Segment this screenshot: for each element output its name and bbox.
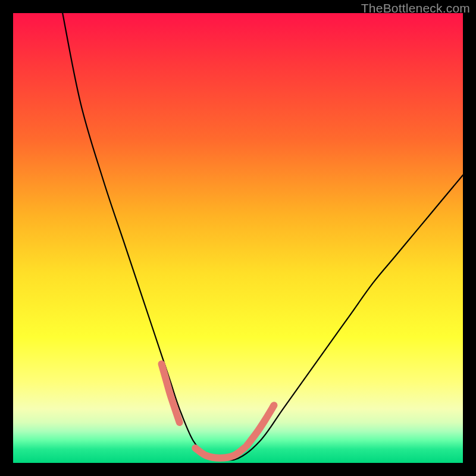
chart-frame: TheBottleneck.com — [0, 0, 476, 476]
highlight-arc-segment — [161, 364, 179, 422]
highlight-arc-segment — [195, 447, 245, 458]
bottleneck-curve — [62, 13, 463, 460]
plot-area — [13, 13, 463, 463]
highlight-arc-segment — [247, 405, 274, 445]
curve-layer — [13, 13, 463, 463]
